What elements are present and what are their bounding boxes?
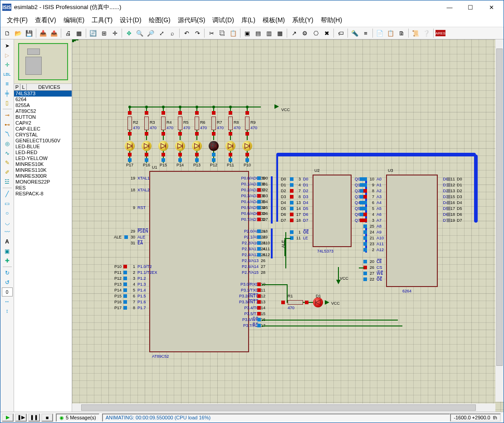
- pan-icon[interactable]: ✥: [124, 28, 134, 38]
- text-script-icon[interactable]: ≡: [2, 79, 13, 88]
- step-button[interactable]: ❚▶: [15, 413, 27, 422]
- voltage-probe-icon[interactable]: ✎: [2, 158, 13, 167]
- path-icon[interactable]: 〰: [2, 228, 13, 237]
- selection-icon[interactable]: ➤: [2, 41, 13, 50]
- device-item[interactable]: CRYSTAL: [14, 132, 72, 138]
- device-item[interactable]: 6264: [14, 97, 72, 102]
- export-icon[interactable]: 📤: [49, 28, 59, 38]
- messages-status[interactable]: ◉ 5 Message(s): [56, 413, 99, 422]
- scrollbar-vertical[interactable]: [495, 39, 504, 402]
- pick-icon[interactable]: ↗: [289, 28, 299, 38]
- zoom-in-icon[interactable]: 🔍: [135, 28, 145, 38]
- text-icon[interactable]: A: [2, 237, 13, 246]
- menu-item[interactable]: 帮助(H): [317, 15, 346, 26]
- header-l[interactable]: L: [20, 84, 27, 90]
- property-icon[interactable]: ≡: [361, 28, 371, 38]
- device-item[interactable]: AT89C52: [14, 108, 72, 114]
- box-icon[interactable]: ▭: [2, 199, 13, 208]
- menu-item[interactable]: 设计(D): [116, 15, 145, 26]
- ares-icon[interactable]: ARES: [435, 30, 445, 36]
- symbol-icon[interactable]: ▣: [2, 247, 13, 256]
- device-item[interactable]: CAP#2: [14, 120, 72, 126]
- device-item[interactable]: RESPACK-8: [14, 191, 72, 197]
- origin-icon[interactable]: ✛: [110, 28, 120, 38]
- wire-label-icon[interactable]: 🏷: [336, 28, 346, 38]
- arc-icon[interactable]: ◡: [2, 218, 13, 227]
- device-item[interactable]: 8255A: [14, 102, 72, 108]
- decompose-icon[interactable]: ✖: [322, 28, 332, 38]
- subcircuit-icon[interactable]: ▯: [2, 98, 13, 107]
- grid-icon[interactable]: ⊞: [99, 28, 109, 38]
- menu-item[interactable]: 文件(F): [3, 15, 31, 26]
- scrollbar-horizontal[interactable]: [72, 404, 495, 412]
- menu-item[interactable]: 工具(T): [88, 15, 116, 26]
- header-devices[interactable]: DEVICES: [27, 84, 72, 90]
- device-item[interactable]: LED-BLUE: [14, 144, 72, 150]
- save-icon[interactable]: 💾: [24, 28, 34, 38]
- menu-item[interactable]: 模板(M): [259, 15, 289, 26]
- device-item[interactable]: BUTTON: [14, 114, 72, 120]
- zoom-all-icon[interactable]: ⤢: [157, 28, 166, 38]
- redo-icon[interactable]: ↷: [192, 28, 202, 38]
- script-icon[interactable]: 📜: [411, 28, 421, 38]
- bus-icon[interactable]: ╪: [2, 89, 13, 98]
- zoom-area-icon[interactable]: ⌕: [167, 28, 177, 38]
- device-item[interactable]: MINRES10K: [14, 161, 72, 167]
- cut-icon[interactable]: ✂: [206, 28, 216, 38]
- make-device-icon[interactable]: ⚙: [300, 28, 310, 38]
- minimize-button[interactable]: —: [439, 0, 460, 14]
- maximize-button[interactable]: ☐: [460, 0, 481, 14]
- block-copy-icon[interactable]: ▣: [242, 28, 252, 38]
- header-p[interactable]: P: [14, 84, 20, 90]
- menu-item[interactable]: 调试(D): [209, 15, 237, 26]
- preview-pane[interactable]: [14, 39, 72, 84]
- device-list[interactable]: 74LS37362648255AAT89C52BUTTONCAP#2CAP-EL…: [14, 91, 72, 412]
- device-item[interactable]: 74LS373: [14, 91, 72, 97]
- open-icon[interactable]: 📂: [13, 28, 23, 38]
- import-icon[interactable]: 📥: [38, 28, 48, 38]
- menu-item[interactable]: 系统(Y): [289, 15, 317, 26]
- line-icon[interactable]: ╱: [2, 190, 13, 199]
- rotate-ccw-icon[interactable]: ↺: [2, 278, 13, 287]
- circle-icon[interactable]: ○: [2, 209, 13, 218]
- pause-button[interactable]: ❚❚: [28, 413, 40, 422]
- block-move-icon[interactable]: ▤: [253, 28, 263, 38]
- device-item[interactable]: MINRES110K: [14, 167, 72, 173]
- menu-item[interactable]: 编辑(E): [60, 15, 88, 26]
- undo-icon[interactable]: ↶: [181, 28, 191, 38]
- device-item[interactable]: MONORES22P: [14, 179, 72, 185]
- paste-icon[interactable]: 📋: [228, 28, 238, 38]
- erc-icon[interactable]: 📋: [386, 28, 396, 38]
- generator-icon[interactable]: ∿: [2, 149, 13, 158]
- device-item[interactable]: MINRES300R: [14, 173, 72, 179]
- graph-icon[interactable]: 〽: [2, 130, 13, 139]
- wire-label-icon[interactable]: LBL: [2, 70, 13, 79]
- menu-item[interactable]: 查看(V): [31, 15, 60, 26]
- refresh-icon[interactable]: 🔄: [88, 28, 98, 38]
- zoom-out-icon[interactable]: 🔎: [146, 28, 156, 38]
- menu-item[interactable]: 源代码(S): [174, 15, 209, 26]
- rotate-cw-icon[interactable]: ↻: [2, 268, 13, 277]
- device-item[interactable]: LED-RED: [14, 150, 72, 156]
- flip-h-icon[interactable]: ↔: [2, 297, 13, 306]
- play-button[interactable]: ▶: [2, 413, 14, 422]
- device-item[interactable]: GENELECT10U50V: [14, 138, 72, 144]
- tape-icon[interactable]: ◎: [2, 139, 13, 148]
- search-icon[interactable]: 🔦: [350, 28, 360, 38]
- component-icon[interactable]: ▷: [2, 51, 13, 60]
- packaging-icon[interactable]: ⎔: [311, 28, 321, 38]
- netlist-icon[interactable]: 🗎: [396, 28, 406, 38]
- block-delete-icon[interactable]: ▦: [275, 28, 285, 38]
- junction-icon[interactable]: ✛: [2, 60, 13, 69]
- menu-item[interactable]: 库(L): [238, 15, 259, 26]
- new-icon[interactable]: 🗋: [2, 28, 12, 38]
- device-pin-icon[interactable]: ⊷: [2, 120, 13, 129]
- terminal-icon[interactable]: ⊸: [2, 111, 13, 120]
- flip-v-icon[interactable]: ↕: [2, 306, 13, 316]
- schematic-canvas[interactable]: VCCR2470P17R3470P16R4470P15R5470P14R6470…: [72, 39, 504, 412]
- menu-item[interactable]: 绘图(G): [145, 15, 174, 26]
- instrument-icon[interactable]: ☳: [2, 177, 13, 186]
- bom-icon[interactable]: 📄: [375, 28, 385, 38]
- block-rotate-icon[interactable]: ▥: [264, 28, 274, 38]
- stop-button[interactable]: ■: [41, 413, 53, 422]
